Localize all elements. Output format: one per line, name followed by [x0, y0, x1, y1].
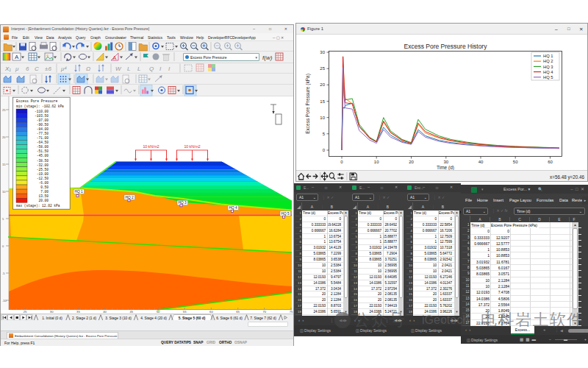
svg-text:-90.50: -90.50	[37, 123, 49, 127]
svg-text:-10: -10	[2, 299, 7, 302]
svg-text:HQ 5: HQ 5	[282, 212, 290, 216]
svg-text:25: 25	[2, 108, 6, 112]
svg-text:6: 6	[26, 66, 29, 72]
svg-text:Excess Pore Pressure (kPa): Excess Pore Pressure (kPa)	[305, 74, 311, 134]
svg-text:15: 15	[2, 163, 6, 166]
svg-text:30: 30	[320, 50, 325, 54]
svg-text:3. Stage 3 (10 d): 3. Stage 3 (10 d)	[105, 316, 132, 320]
svg-text:I: I	[159, 66, 162, 72]
svg-text:7. Stage 7 (62 d): 7. Stage 7 (62 d)	[250, 316, 276, 320]
svg-text:Ω: Ω	[86, 66, 90, 72]
svg-text:X1: X1	[4, 66, 11, 72]
svg-text:HQ 2: HQ 2	[126, 196, 135, 199]
svg-text:HQ 4: HQ 4	[543, 70, 553, 74]
svg-text:-110.00: -110.00	[35, 110, 49, 113]
svg-text:60: 60	[548, 160, 553, 164]
svg-text:μ: μ	[15, 66, 19, 72]
svg-text:-25.50: -25.50	[37, 168, 49, 171]
svg-text:7.00: 7.00	[40, 190, 49, 194]
svg-text:10: 10	[320, 116, 325, 120]
svg-text:10 kN/m2: 10 kN/m2	[143, 144, 159, 149]
svg-text:Time (d): Time (d)	[437, 165, 454, 170]
svg-text:6. Stage 6 (61 d): 6. Stage 6 (61 d)	[216, 316, 243, 320]
svg-text:HQ 1: HQ 1	[543, 54, 553, 58]
svg-text:-6.00: -6.00	[38, 181, 49, 185]
svg-text:μ⁴: μ⁴	[60, 66, 67, 72]
svg-text:13.50: 13.50	[38, 194, 49, 198]
svg-text:25: 25	[320, 66, 325, 71]
svg-text:5. Stage 5 (60 d): 5. Stage 5 (60 d)	[179, 316, 206, 320]
svg-text:-38.50: -38.50	[37, 159, 49, 163]
svg-text:HQ 4: HQ 4	[229, 206, 238, 210]
svg-text:-71.00: -71.00	[37, 136, 49, 140]
svg-text:10: 10	[374, 160, 379, 164]
svg-text:A: A	[15, 54, 19, 60]
svg-text:-51.50: -51.50	[37, 149, 49, 153]
svg-text:20: 20	[320, 82, 325, 87]
svg-text:-77.50: -77.50	[37, 132, 49, 135]
svg-text:10: 10	[2, 190, 6, 194]
svg-text:Excess Pore Pressure History: Excess Pore Pressure History	[404, 43, 488, 50]
svg-text:HQ 2: HQ 2	[543, 59, 553, 63]
svg-text:20: 20	[2, 135, 6, 139]
svg-text:30: 30	[443, 160, 448, 164]
svg-text:max (stage): 12.02 kPa: max (stage): 12.02 kPa	[16, 204, 60, 208]
svg-text:50: 50	[513, 160, 518, 164]
svg-text:-12.50: -12.50	[37, 177, 49, 180]
svg-text:-97.00: -97.00	[37, 118, 49, 122]
svg-text:L: L	[137, 66, 140, 72]
svg-text:20.00: 20.00	[38, 199, 49, 202]
svg-text:-58.00: -58.00	[37, 145, 49, 149]
svg-text:HQ 1: HQ 1	[75, 190, 84, 194]
svg-text:HQ 3: HQ 3	[543, 65, 553, 69]
svg-text:-32.00: -32.00	[37, 163, 49, 167]
svg-text:-103.50: -103.50	[35, 114, 49, 118]
svg-text:4. Stage 4 (20 d): 4. Stage 4 (20 d)	[140, 316, 167, 320]
svg-text:0.50: 0.50	[40, 185, 49, 189]
svg-text:-84.00: -84.00	[37, 127, 49, 131]
svg-text:C: C	[35, 66, 39, 72]
svg-text:f(w): f(w)	[262, 54, 273, 61]
svg-text:-64.50: -64.50	[37, 141, 49, 144]
svg-text:I: I	[168, 66, 171, 72]
svg-text:20: 20	[409, 160, 414, 164]
svg-text:2. Stage 2 (1 d): 2. Stage 2 (1 d)	[72, 316, 96, 320]
svg-text:L: L	[127, 66, 130, 72]
svg-text:±6: ±6	[45, 66, 51, 72]
svg-text:15: 15	[320, 99, 325, 104]
svg-text:min (stage): -102.62 kPa: min (stage): -102.62 kPa	[16, 105, 64, 108]
svg-text:1. Initial (0 d): 1. Initial (0 d)	[42, 316, 62, 320]
svg-text:-19.00: -19.00	[37, 172, 49, 176]
svg-text:-45.00: -45.00	[37, 154, 49, 158]
svg-text:HQ 5: HQ 5	[543, 75, 553, 79]
svg-text:Q: Q	[149, 66, 154, 72]
svg-text:40: 40	[478, 160, 484, 164]
svg-text:10 kN/m2: 10 kN/m2	[184, 144, 200, 149]
svg-text:Excess Pore Pressure: Excess Pore Pressure	[16, 99, 57, 103]
svg-text:A: A	[113, 55, 117, 60]
svg-text:W: W	[115, 66, 122, 72]
